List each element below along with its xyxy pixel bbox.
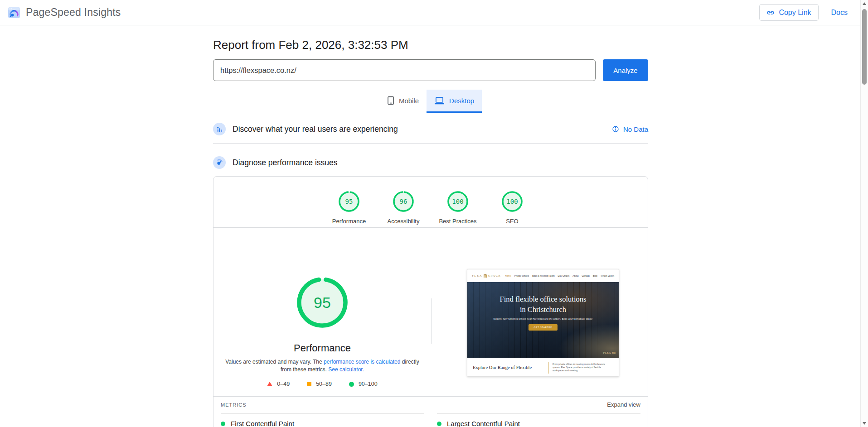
preview-hero: Find flexible office solutions in Christ…	[467, 282, 619, 358]
category-scores-row: 95 Performance 96 Accessibility	[213, 177, 648, 225]
analyze-button[interactable]: Analyze	[603, 59, 648, 81]
scrollbar-down-arrow[interactable]	[863, 422, 866, 425]
score-best-practices[interactable]: 100 Best Practices	[435, 190, 481, 225]
legend-pass: 90–100	[349, 381, 378, 387]
legend-average: 50–89	[307, 381, 332, 387]
mobile-icon	[387, 96, 394, 105]
docs-link[interactable]: Docs	[831, 9, 848, 17]
nav-item: Book a meeting Room	[532, 274, 554, 277]
copy-link-button[interactable]: Copy Link	[759, 4, 818, 21]
lab-data-section-header: Diagnose performance issues	[213, 154, 648, 172]
score-legend: 0–49 50–89 90–100	[267, 381, 377, 387]
field-data-icon	[213, 123, 226, 135]
performance-gauge: 95	[296, 276, 349, 329]
nav-item: Private Offices	[514, 274, 529, 277]
scrollbar-up-arrow[interactable]	[863, 2, 866, 5]
metric-name: Largest Contentful Paint	[447, 420, 520, 427]
page-screenshot-thumbnail[interactable]: FLEX SPACE Home Private Offices Book a m…	[467, 269, 619, 377]
tab-active-underline	[427, 111, 482, 113]
nav-item: Tenant Log In	[601, 274, 614, 277]
building-icon	[483, 274, 487, 278]
logo-text-space: SPACE	[488, 274, 501, 278]
pagespeed-logo-icon	[8, 6, 20, 19]
lab-section-title: Diagnose performance issues	[233, 158, 338, 168]
score-calc-link[interactable]: performance score is calculated	[324, 359, 400, 365]
no-data-label: No Data	[623, 125, 648, 133]
lighthouse-report-card: 95 Performance 96 Accessibility	[213, 176, 648, 427]
tab-desktop[interactable]: Desktop	[427, 90, 482, 111]
page-scrollbar[interactable]	[860, 0, 868, 427]
gauge-and-preview-area: 95 Performance Values are estimated and …	[213, 228, 648, 396]
top-bar: PageSpeed Insights Copy Link Docs	[0, 0, 868, 25]
legend-fail: 0–49	[267, 381, 290, 387]
device-tabs: Mobile Desktop	[213, 90, 648, 113]
score-performance[interactable]: 95 Performance	[326, 190, 372, 225]
tab-mobile-label: Mobile	[399, 97, 419, 105]
see-calculator-link[interactable]: See calculator.	[328, 366, 364, 373]
metrics-section: METRICS Expand view First Contentful Pai…	[213, 396, 648, 427]
score-label: Performance	[332, 218, 366, 225]
performance-score-value: 95	[296, 276, 349, 329]
preview-subtext: Modern, fully furnished offices near Har…	[467, 317, 619, 320]
performance-note: Values are estimated and may vary. The p…	[222, 358, 423, 374]
nav-item: Day Offices	[558, 274, 570, 277]
score-label: Accessibility	[388, 218, 420, 225]
field-section-title: Discover what your real users are experi…	[233, 125, 398, 134]
metric-largest-contentful-paint: Largest Contentful Paint	[437, 413, 640, 427]
score-value: 96	[392, 190, 415, 213]
expand-view-button[interactable]: Expand view	[607, 401, 640, 408]
performance-title: Performance	[294, 342, 351, 354]
nav-item: Contact	[582, 274, 589, 277]
score-label: Best Practices	[439, 218, 476, 225]
info-icon	[612, 125, 619, 133]
score-seo[interactable]: 100 SEO	[490, 190, 535, 225]
metric-name: First Contentful Paint	[231, 420, 294, 427]
tab-desktop-label: Desktop	[449, 97, 474, 105]
nav-item: Home	[505, 274, 511, 277]
nav-item: About	[572, 274, 578, 277]
score-value: 100	[446, 190, 470, 213]
scrollbar-thumb[interactable]	[862, 9, 867, 85]
tab-mobile[interactable]: Mobile	[379, 90, 427, 111]
good-score-dot-icon	[221, 422, 225, 426]
preview-section-heading: Explore Our Range of Flexible	[473, 365, 532, 370]
preview-site-header: FLEX SPACE Home Private Offices Book a m…	[467, 269, 619, 282]
gauge-icon	[213, 156, 226, 169]
section-divider	[213, 143, 648, 144]
app-title: PageSpeed Insights	[26, 6, 121, 19]
preview-lower-section: Explore Our Range of Flexible From priva…	[467, 358, 619, 377]
preview-site-nav: Home Private Offices Book a meeting Room…	[505, 274, 614, 277]
note-text: Values are estimated and may vary. The	[225, 359, 324, 365]
preview-gold-divider	[548, 362, 548, 374]
main-content: Report from Feb 2, 2026, 3:32:53 PM Anal…	[213, 38, 648, 427]
link-icon	[766, 9, 775, 17]
legend-range: 0–49	[277, 381, 290, 387]
legend-range: 90–100	[359, 381, 378, 387]
fail-triangle-icon	[267, 382, 272, 386]
metric-first-contentful-paint: First Contentful Paint	[221, 413, 424, 427]
pass-circle-icon	[349, 382, 354, 387]
url-input[interactable]	[213, 59, 596, 81]
good-score-dot-icon	[437, 422, 441, 426]
vertical-divider	[431, 298, 432, 344]
legend-range: 50–89	[316, 381, 332, 387]
no-data-link[interactable]: No Data	[612, 125, 648, 133]
preview-site-logo: FLEX SPACE	[472, 274, 501, 278]
preview-headline: Find flexible office solutions in Christ…	[467, 282, 619, 315]
preview-cta-button: GET STARTED	[529, 324, 557, 331]
preview-section-text: From private offices to meeting rooms & …	[553, 363, 613, 372]
copy-link-label: Copy Link	[779, 9, 811, 17]
preview-building-sign: FLEX Bu	[603, 351, 616, 355]
url-row: Analyze	[213, 59, 648, 81]
score-value: 100	[500, 190, 524, 213]
average-square-icon	[307, 382, 311, 386]
metrics-heading: METRICS	[221, 402, 247, 408]
field-data-section-header: Discover what your real users are experi…	[213, 120, 648, 138]
pagespeed-brand[interactable]: PageSpeed Insights	[8, 6, 121, 19]
score-accessibility[interactable]: 96 Accessibility	[381, 190, 427, 225]
report-heading: Report from Feb 2, 2026, 3:32:53 PM	[213, 38, 648, 52]
logo-text-flex: FLEX	[472, 274, 482, 278]
score-label: SEO	[506, 218, 518, 225]
desktop-icon	[434, 96, 445, 105]
score-value: 95	[337, 190, 361, 213]
